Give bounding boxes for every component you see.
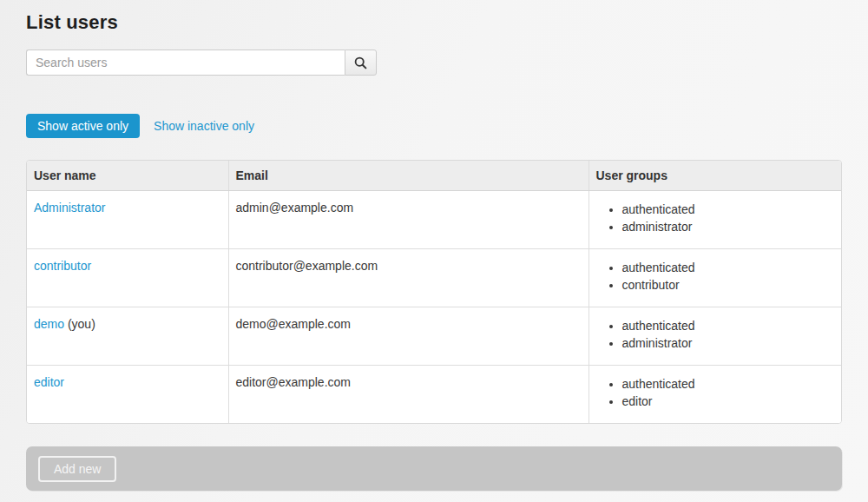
group-item: authenticated: [622, 201, 835, 218]
group-list: authenticatedcontributor: [596, 259, 835, 294]
email-cell: demo@example.com: [228, 307, 589, 365]
group-item: authenticated: [622, 259, 835, 276]
user-list-page: List users Show active only Show inactiv…: [0, 0, 868, 491]
username-cell: contributor: [27, 248, 228, 307]
username-suffix: (you): [64, 317, 95, 331]
table-body: Administrator admin@example.com authenti…: [27, 190, 841, 423]
table-footer: Add new: [26, 446, 842, 491]
magnifier-icon: [354, 56, 367, 69]
group-item: administrator: [622, 218, 835, 235]
email-cell: editor@example.com: [228, 365, 589, 423]
groups-cell: authenticatedadministrator: [589, 190, 841, 248]
table-row: editor editor@example.com authenticatede…: [27, 365, 841, 423]
group-item: authenticated: [622, 317, 835, 334]
show-active-only-button[interactable]: Show active only: [26, 114, 140, 138]
username-link[interactable]: contributor: [34, 259, 91, 273]
users-table: User name Email User groups Administrato…: [26, 160, 842, 424]
group-item: editor: [622, 393, 835, 410]
groups-cell: authenticatedcontributor: [589, 248, 841, 307]
username-cell: Administrator: [27, 190, 228, 248]
username-cell: editor: [27, 365, 228, 423]
email-cell: admin@example.com: [228, 190, 589, 248]
group-item: administrator: [622, 334, 835, 352]
filter-buttons: Show active only Show inactive only: [26, 114, 842, 138]
table-row: Administrator admin@example.com authenti…: [27, 190, 841, 248]
search-bar: [26, 50, 377, 76]
add-new-button[interactable]: Add new: [38, 456, 116, 482]
username-cell: demo (you): [27, 307, 228, 365]
groups-cell: authenticatededitor: [589, 365, 841, 423]
group-item: authenticated: [622, 375, 835, 393]
username-link[interactable]: demo: [34, 317, 64, 331]
table-row: contributor contributor@example.com auth…: [27, 248, 841, 307]
column-header-groups: User groups: [589, 161, 841, 190]
show-inactive-only-link[interactable]: Show inactive only: [154, 119, 254, 133]
search-button[interactable]: [345, 50, 377, 76]
groups-cell: authenticatedadministrator: [589, 307, 841, 365]
username-link[interactable]: editor: [34, 375, 64, 389]
page-title: List users: [26, 0, 842, 34]
table-header-row: User name Email User groups: [27, 161, 841, 190]
email-cell: contributor@example.com: [228, 248, 589, 307]
table-row: demo (you) demo@example.com authenticate…: [27, 307, 841, 365]
group-item: contributor: [622, 276, 835, 294]
username-link[interactable]: Administrator: [34, 201, 105, 215]
column-header-email: Email: [228, 161, 589, 190]
search-input[interactable]: [26, 50, 345, 76]
group-list: authenticatededitor: [596, 375, 835, 410]
group-list: authenticatedadministrator: [596, 201, 835, 235]
column-header-username: User name: [27, 161, 228, 190]
group-list: authenticatedadministrator: [596, 317, 835, 352]
